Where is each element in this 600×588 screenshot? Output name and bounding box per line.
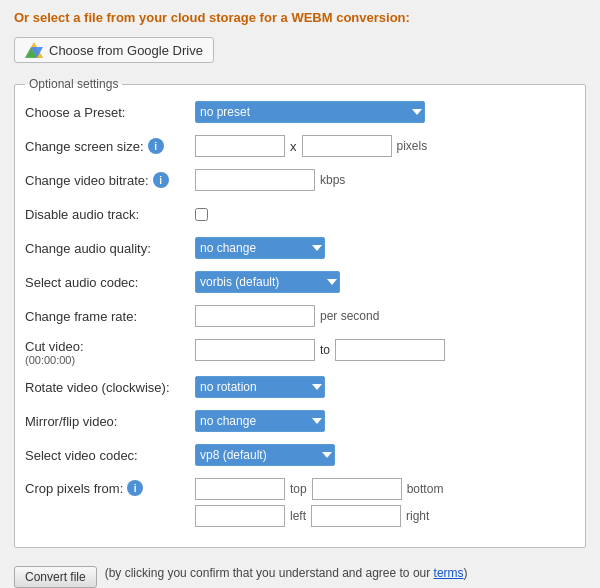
crop-right-input[interactable] xyxy=(311,505,401,527)
cut-video-end-input[interactable] xyxy=(335,339,445,361)
crop-bottom-label: bottom xyxy=(407,482,444,496)
audio-quality-select[interactable]: no change low medium high xyxy=(195,237,325,259)
audio-codec-select[interactable]: vorbis (default) mp3 aac xyxy=(195,271,340,293)
crop-info-icon[interactable]: i xyxy=(127,480,143,496)
label-disable-audio: Disable audio track: xyxy=(25,207,195,222)
screen-size-info-icon[interactable]: i xyxy=(148,138,164,154)
bottom-description: (by clicking you confirm that you unders… xyxy=(105,566,586,580)
fieldset-legend: Optional settings xyxy=(25,77,122,91)
label-rotate: Rotate video (clockwise): xyxy=(25,380,195,395)
mirror-select[interactable]: no change horizontal vertical xyxy=(195,410,325,432)
control-video-codec: vp8 (default) vp9 h264 xyxy=(195,444,575,466)
optional-settings-fieldset: Optional settings Choose a Preset: no pr… xyxy=(14,77,586,548)
screen-width-input[interactable] xyxy=(195,135,285,157)
control-preset: no preset web mobile hd xyxy=(195,101,575,123)
label-audio-codec: Select audio codec: xyxy=(25,275,195,290)
gdrive-button-label: Choose from Google Drive xyxy=(49,43,203,58)
cut-video-hint: (00:00:00) xyxy=(25,354,195,366)
crop-right-label: right xyxy=(406,509,429,523)
row-screen-size: Change screen size: i x pixels xyxy=(25,133,575,159)
label-screen-size: Change screen size: i xyxy=(25,138,195,154)
row-rotate: Rotate video (clockwise): no rotation 90… xyxy=(25,374,575,400)
label-crop: Crop pixels from: xyxy=(25,481,123,496)
control-audio-quality: no change low medium high xyxy=(195,237,575,259)
rotate-select[interactable]: no rotation 90° 180° 270° xyxy=(195,376,325,398)
label-frame-rate: Change frame rate: xyxy=(25,309,195,324)
cut-video-start-input[interactable] xyxy=(195,339,315,361)
crop-top-label: top xyxy=(290,482,307,496)
control-rotate: no rotation 90° 180° 270° xyxy=(195,376,575,398)
control-disable-audio xyxy=(195,208,575,221)
row-mirror: Mirror/flip video: no change horizontal … xyxy=(25,408,575,434)
disable-audio-checkbox[interactable] xyxy=(195,208,208,221)
label-video-bitrate: Change video bitrate: i xyxy=(25,172,195,188)
row-disable-audio: Disable audio track: xyxy=(25,201,575,227)
control-mirror: no change horizontal vertical xyxy=(195,410,575,432)
crop-left-label: left xyxy=(290,509,306,523)
terms-link[interactable]: terms xyxy=(434,566,464,580)
label-mirror: Mirror/flip video: xyxy=(25,414,195,429)
per-second-label: per second xyxy=(320,309,379,323)
label-video-codec: Select video codec: xyxy=(25,448,195,463)
row-audio-quality: Change audio quality: no change low medi… xyxy=(25,235,575,261)
video-bitrate-info-icon[interactable]: i xyxy=(153,172,169,188)
crop-bottom-input[interactable] xyxy=(312,478,402,500)
label-preset: Choose a Preset: xyxy=(25,105,195,120)
convert-button[interactable]: Convert file xyxy=(14,566,97,588)
label-audio-quality: Change audio quality: xyxy=(25,241,195,256)
row-audio-codec: Select audio codec: vorbis (default) mp3… xyxy=(25,269,575,295)
control-frame-rate: per second xyxy=(195,305,575,327)
video-bitrate-input[interactable] xyxy=(195,169,315,191)
control-screen-size: x pixels xyxy=(195,135,575,157)
screen-height-input[interactable] xyxy=(302,135,392,157)
row-crop: Crop pixels from: i top bottom left righ… xyxy=(25,476,575,527)
control-audio-codec: vorbis (default) mp3 aac xyxy=(195,271,575,293)
kbps-label: kbps xyxy=(320,173,345,187)
gdrive-button[interactable]: Choose from Google Drive xyxy=(14,37,214,63)
cut-video-to-label: to xyxy=(320,343,330,357)
control-cut-video: to xyxy=(195,339,575,361)
row-frame-rate: Change frame rate: per second xyxy=(25,303,575,329)
label-cut-video: Cut video: xyxy=(25,339,195,354)
screen-size-separator: x xyxy=(290,139,297,154)
header-text: Or select a file from your cloud storage… xyxy=(0,0,600,29)
row-video-bitrate: Change video bitrate: i kbps xyxy=(25,167,575,193)
row-cut-video: Cut video: (00:00:00) to xyxy=(25,337,575,366)
row-video-codec: Select video codec: vp8 (default) vp9 h2… xyxy=(25,442,575,468)
pixels-label: pixels xyxy=(397,139,428,153)
frame-rate-input[interactable] xyxy=(195,305,315,327)
preset-select[interactable]: no preset web mobile hd xyxy=(195,101,425,123)
crop-top-input[interactable] xyxy=(195,478,285,500)
header-bar: Or select a file from your cloud storage… xyxy=(0,0,600,69)
row-preset: Choose a Preset: no preset web mobile hd xyxy=(25,99,575,125)
control-crop: top bottom left right xyxy=(195,478,443,527)
video-codec-select[interactable]: vp8 (default) vp9 h264 xyxy=(195,444,335,466)
gdrive-icon xyxy=(25,42,43,58)
crop-left-input[interactable] xyxy=(195,505,285,527)
bottom-bar: Convert file (by clicking you confirm th… xyxy=(0,558,600,588)
control-video-bitrate: kbps xyxy=(195,169,575,191)
